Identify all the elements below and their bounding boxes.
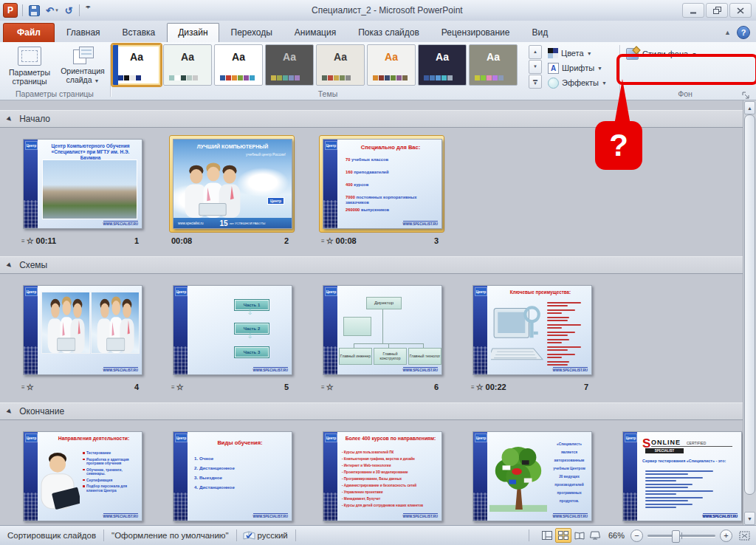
theme-thumbnail-1[interactable]: Aa — [163, 44, 212, 86]
section-header-0[interactable]: ▶Начало — [0, 110, 756, 128]
ribbon-tab-6[interactable]: Рецензирование — [431, 24, 520, 42]
ribbon-tab-1[interactable]: Вставка — [112, 24, 166, 42]
slide-thumbnail[interactable]: ЦентрWWW.SPECIALIST.RU — [19, 281, 145, 379]
background-dialog-launcher-icon[interactable] — [742, 89, 750, 97]
slide-number: 6 — [434, 383, 439, 391]
slide-number: 1 — [134, 236, 139, 245]
theme-fonts-button[interactable]: A Шрифты▼ — [548, 61, 616, 75]
scroll-down-icon[interactable]: ▼ — [744, 512, 755, 525]
list-item: - Программирование, Базы данных — [342, 477, 439, 481]
stat-item: 7000 постоянных корпоративных заказчиков — [346, 195, 437, 205]
powerpoint-icon[interactable]: P — [3, 3, 18, 18]
scrollbar-thumb[interactable] — [744, 114, 755, 495]
slide-url: WWW.SPECIALIST.RU — [553, 367, 588, 372]
collapse-ribbon-icon[interactable]: ▲ — [724, 29, 731, 36]
ribbon-tab-3[interactable]: Переходы — [221, 24, 283, 42]
section-expand-icon[interactable]: ▶ — [6, 115, 14, 123]
slide-thumbnail[interactable]: ЦентрWWW.SPECIALIST.RUКлючевые преимущес… — [469, 281, 594, 379]
slide-thumbnail[interactable]: ЦентрWWW.SPECIALIST.RUВиды обучения:1. О… — [169, 428, 295, 525]
transition-star-icon: ≡ — [21, 238, 24, 244]
ribbon-tab-5[interactable]: Показ слайдов — [348, 24, 430, 42]
theme-effects-button[interactable]: Эффекты▼ — [548, 75, 616, 90]
themes-scroll-up-icon[interactable]: ▲ — [529, 45, 542, 59]
theme-name-label: "Оформление по умолчанию" — [110, 531, 230, 540]
zoom-out-icon[interactable]: − — [630, 529, 643, 542]
theme-thumbnail-7[interactable]: Aa — [469, 44, 518, 86]
close-button[interactable] — [729, 3, 752, 18]
scroll-up-icon[interactable]: ▲ — [744, 101, 755, 114]
ribbon-tab-0[interactable]: Главная — [56, 24, 111, 42]
vertical-scrollbar[interactable]: ▲ ▼ — [743, 100, 756, 526]
redo-icon[interactable]: ↺ — [63, 3, 75, 18]
theme-thumbnail-2[interactable]: Aa — [214, 44, 263, 86]
slide-thumbnail[interactable]: ЦентрWWW.SPECIALIST.RUСпециально для Вас… — [319, 135, 444, 233]
list-item: 3. Выездное — [194, 475, 222, 480]
normal-view-icon[interactable] — [540, 529, 554, 542]
bullet-item — [547, 361, 587, 366]
themes-scroll-down-icon[interactable]: ▼ — [529, 60, 542, 74]
list-item: 1. Очное — [194, 456, 213, 461]
page-setup-button[interactable]: Параметры страницы — [3, 45, 56, 86]
fit-to-window-icon[interactable] — [737, 529, 752, 542]
slide-thumbnail[interactable]: ЛУЧШИЙ КОМПЬЮТЕРНЫЙучебный центр России!… — [169, 135, 295, 233]
section-header-2[interactable]: ▶Окончание — [0, 402, 756, 420]
slide-thumbnail[interactable]: ЦентрWWW.SPECIALIST.RU«Специалист»являет… — [469, 428, 594, 525]
slideshow-view-icon[interactable] — [588, 529, 602, 542]
status-bar: Сортировщик слайдов "Оформление по умолч… — [0, 525, 756, 545]
slide-canvas: ЦентрWWW.SPECIALIST.RUЦентр Компьютерног… — [23, 139, 142, 229]
ribbon-tab-2[interactable]: Дизайн — [167, 23, 219, 42]
centr-logo: Центр — [475, 433, 487, 442]
ribbon-tab-7[interactable]: Вид — [522, 24, 559, 42]
restore-button[interactable] — [706, 3, 728, 18]
tab-file[interactable]: Файл — [3, 23, 55, 42]
theme-thumbnail-6[interactable]: Aa — [418, 44, 467, 86]
slide-sidebar — [24, 140, 38, 228]
slide-thumbnail[interactable]: ЦентрWWW.SPECIALIST.RUБолее 400 курсов п… — [319, 428, 444, 525]
section-expand-icon[interactable]: ▶ — [6, 261, 14, 270]
bullet-item — [547, 354, 587, 358]
slide-label-row: ≡☆00:227 — [469, 379, 594, 393]
centr-logo: Центр — [25, 287, 38, 296]
zoom-slider[interactable] — [647, 535, 715, 537]
help-icon[interactable]: ? — [737, 26, 750, 39]
theme-colors-button[interactable]: Цвета▼ — [548, 46, 616, 61]
section-title: Начало — [19, 114, 50, 124]
theme-glyph: Aa — [419, 51, 466, 63]
theme-thumbnail-3[interactable]: Aa — [265, 44, 314, 86]
minimize-button[interactable] — [682, 3, 704, 18]
ribbon-tab-4[interactable]: Анимация — [284, 24, 346, 42]
slide-thumbnail[interactable]: ЦентрWWW.SPECIALIST.RUЦентр Компьютерног… — [19, 135, 145, 233]
slide-thumbnail[interactable]: ЦентрWWW.SPECIALIST.RUДиректорГлавный ин… — [319, 281, 444, 379]
slide-sidebar — [323, 432, 337, 521]
slide-thumbnail[interactable]: ЦентрWWW.SPECIALIST.RUЧасть 1⇩Часть 2⇩Ча… — [169, 281, 295, 379]
slide-thumbnail[interactable]: ЦентрWWW.SPECIALIST.RUНаправления деятел… — [19, 428, 145, 525]
themes-more-icon[interactable]: ▬▼ — [529, 75, 542, 89]
slide-thumbnail[interactable]: ЦентрWWW.SPECIALIST.RUЦентрWWW.SPECIALIS… — [619, 428, 744, 525]
text-line: «Специалист» — [549, 442, 590, 446]
bullet-item — [547, 317, 587, 321]
zoom-slider-thumb[interactable] — [672, 530, 680, 543]
theme-color-chips — [470, 75, 517, 85]
theme-thumbnail-5[interactable]: Aa — [367, 44, 416, 86]
slide-orientation-button[interactable]: Ориентация слайда ▼ — [56, 45, 109, 86]
spellcheck-icon[interactable] — [243, 530, 256, 541]
theme-glyph: Aa — [215, 51, 262, 63]
centr-logo: Центр — [25, 141, 38, 150]
theme-thumbnail-0[interactable]: Aa — [112, 44, 161, 86]
flow-arrow-icon: ⇩ — [247, 332, 253, 340]
slide-url: WWW.SPECIALIST.RU — [253, 367, 289, 372]
section-header-1[interactable]: ▶Схемы — [0, 256, 756, 274]
section-expand-icon[interactable]: ▶ — [6, 408, 14, 416]
stat-number: 7000 — [346, 195, 357, 199]
slide-cell: ЦентрWWW.SPECIALIST.RUНаправления деятел… — [19, 428, 145, 525]
slide-number: 2 — [284, 236, 289, 245]
slide-label-row: ≡☆00:111 — [19, 233, 145, 247]
save-icon[interactable] — [27, 3, 41, 18]
zoom-in-icon[interactable]: + — [720, 529, 732, 542]
qat-customize-icon[interactable]: ▁▼ — [84, 3, 92, 18]
undo-icon[interactable]: ↶▼ — [44, 3, 61, 18]
slide-sorter-view-icon[interactable] — [555, 528, 571, 543]
zoom-slider-tick — [681, 532, 682, 539]
theme-thumbnail-4[interactable]: Aa — [316, 44, 365, 86]
reading-view-icon[interactable] — [572, 529, 587, 542]
